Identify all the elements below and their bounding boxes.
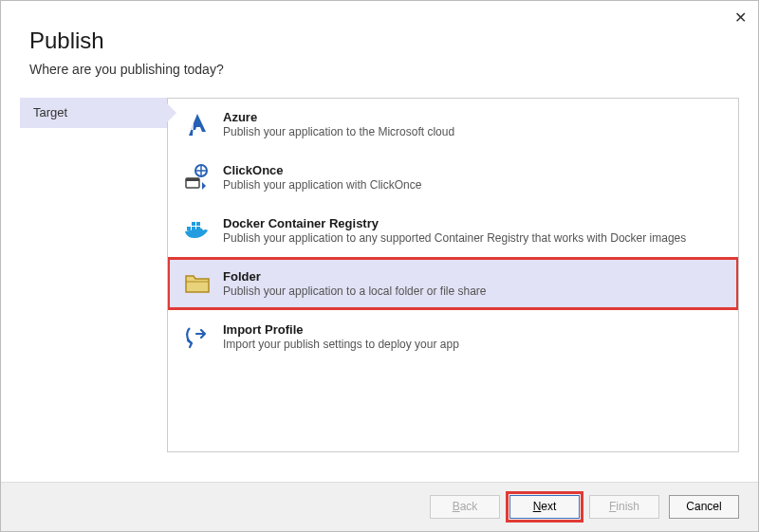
header: Publish Where are you publishing today? xyxy=(1,1,758,86)
next-button[interactable]: Next xyxy=(509,495,580,519)
option-title: Folder xyxy=(223,269,725,284)
svg-rect-8 xyxy=(192,222,195,226)
option-desc: Publish your application with ClickOnce xyxy=(223,178,725,192)
option-azure[interactable]: Azure Publish your application to the Mi… xyxy=(168,99,738,150)
finish-button: Finish xyxy=(589,495,659,519)
option-title: Docker Container Registry xyxy=(223,216,725,230)
docker-icon xyxy=(181,214,213,247)
wizard-steps: Target xyxy=(20,98,167,452)
option-desc: Publish your application to any supporte… xyxy=(223,231,725,245)
option-desc: Publish your application to a local fold… xyxy=(223,284,725,298)
step-target[interactable]: Target xyxy=(20,98,167,128)
azure-icon xyxy=(181,108,213,140)
import-icon xyxy=(181,321,213,353)
option-desc: Publish your application to the Microsof… xyxy=(223,125,725,138)
back-button: Back xyxy=(430,495,500,519)
clickonce-icon xyxy=(181,161,213,193)
cancel-button[interactable]: Cancel xyxy=(669,495,739,519)
option-title: Azure xyxy=(223,110,725,124)
folder-icon xyxy=(181,267,213,300)
option-folder[interactable]: Folder Publish your application to a loc… xyxy=(168,258,738,309)
close-button[interactable]: ✕ xyxy=(734,9,747,27)
page-title: Publish xyxy=(29,28,730,54)
option-docker[interactable]: Docker Container Registry Publish your a… xyxy=(168,205,738,256)
svg-rect-9 xyxy=(196,222,200,226)
page-subtitle: Where are you publishing today? xyxy=(29,62,730,77)
option-desc: Import your publish settings to deploy y… xyxy=(223,338,725,351)
wizard-footer: Back Next Finish Cancel xyxy=(1,482,758,531)
option-import-profile[interactable]: Import Profile Import your publish setti… xyxy=(168,311,738,362)
target-options: Azure Publish your application to the Mi… xyxy=(167,98,739,452)
svg-rect-5 xyxy=(187,227,191,230)
option-title: Import Profile xyxy=(223,322,725,337)
svg-rect-4 xyxy=(186,178,199,181)
option-title: ClickOnce xyxy=(223,163,725,177)
option-clickonce[interactable]: ClickOnce Publish your application with … xyxy=(168,152,738,203)
